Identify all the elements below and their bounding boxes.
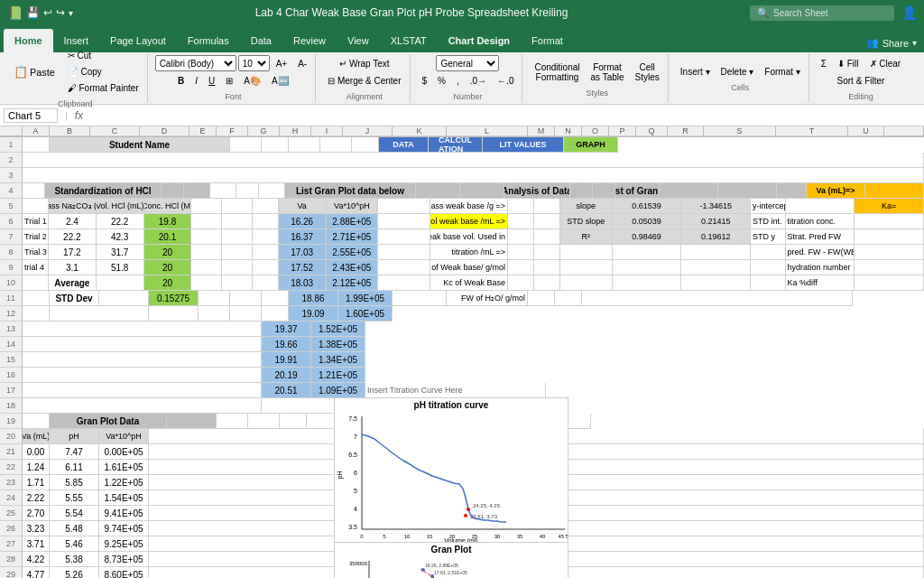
std-y-label: STD y — [751, 229, 785, 245]
wrap-text-button[interactable]: ↵ Wrap Text — [335, 56, 393, 71]
alignment-label: Alignment — [346, 92, 383, 101]
table-row: 3 — [0, 168, 924, 183]
tab-review[interactable]: Review — [282, 29, 337, 52]
save-icon[interactable]: 💾 — [26, 6, 40, 19]
underline-button[interactable]: U — [204, 73, 219, 89]
sort-filter-button[interactable]: Sort & Filter — [833, 73, 890, 89]
ribbon-styles: ConditionalFormatting Formatas Table Cel… — [526, 54, 668, 102]
tab-xlstat[interactable]: XLSTAT — [380, 29, 438, 52]
svg-text:20: 20 — [449, 534, 456, 539]
paste-button[interactable]: 📋Paste — [7, 61, 61, 83]
name-box[interactable] — [4, 108, 58, 123]
graph-tab[interactable]: GRAPH — [564, 137, 618, 153]
formula-input[interactable] — [87, 110, 920, 121]
cell-styles-button[interactable]: CellStyles — [631, 60, 664, 85]
table-row: 5 Mass Na₂CO₃ (g) Vol. HCl (mL) Conc. HC… — [0, 199, 924, 214]
clear-button[interactable]: ✗ Clear — [865, 56, 906, 71]
ribbon-collapse-icon[interactable]: ▾ — [912, 38, 917, 48]
svg-text:25: 25 — [472, 534, 478, 539]
svg-text:15: 15 — [427, 534, 433, 539]
svg-text:17.61, 2.51E+05: 17.61, 2.51E+05 — [434, 570, 467, 575]
svg-text:3.5: 3.5 — [348, 524, 357, 530]
vol-weak-base-label: vol. Weak base vol. Used in — [430, 229, 508, 245]
clipboard-label: Clipboard — [58, 99, 93, 108]
svg-text:7.5: 7.5 — [348, 415, 357, 422]
share-button[interactable]: Share — [882, 38, 909, 49]
insert-titration-label: Insert Titration Curve Here — [365, 383, 546, 398]
fw-weak-base-label: FW of Weak base/ g/mol — [430, 260, 508, 275]
window-title: Lab 4 Char Weak Base Gran Plot pH Probe … — [73, 6, 750, 19]
currency-button[interactable]: $ — [418, 73, 432, 89]
strat-pred-fw-label: Strat. Pred FW — [786, 229, 855, 245]
font-size-select[interactable]: 10 — [238, 55, 270, 71]
r2-2-val: 0.19612 — [681, 229, 751, 245]
cells-label: Cells — [731, 83, 749, 92]
tab-view[interactable]: View — [337, 29, 380, 52]
ribbon-cells: Insert ▾ Delete ▾ Format ▾ Cells — [672, 54, 809, 102]
font-color-button[interactable]: A🔤 — [267, 73, 293, 89]
bold-button[interactable]: B — [173, 73, 189, 89]
title-bar-left: 📗 💾 ↩ ↪ ▾ — [7, 5, 73, 20]
increase-font-button[interactable]: A+ — [272, 56, 292, 71]
table-row: 1 Student Name DATA CALCULATION LIT VALU… — [0, 137, 924, 153]
main-content: A B C D E F G H I J K L M N O P Q R S T — [0, 126, 924, 578]
format-as-table-button[interactable]: Formatas Table — [587, 60, 629, 85]
fx-label: fx — [75, 109, 83, 122]
delete-button[interactable]: Delete ▾ — [716, 64, 759, 79]
table-row: 13 19.37 1.52E+05 — [0, 322, 924, 337]
fw-h2o-label: FW of H₂O/ g/mol — [447, 291, 528, 306]
linest-header: Linest of Gran Plot — [615, 183, 660, 199]
editing-label: Editing — [848, 92, 873, 101]
search-label[interactable]: Search Sheet — [773, 8, 828, 18]
tab-data[interactable]: Data — [240, 29, 282, 52]
table-row: 6 Trial 1 2.4 22.2 19.8 16.26 2.88E+05 t… — [0, 214, 924, 229]
redo-icon[interactable]: ↪ — [56, 6, 65, 19]
border-button[interactable]: ⊞ — [221, 73, 237, 89]
svg-text:350000: 350000 — [349, 561, 368, 566]
title-bar-right: 🔍 Search Sheet 👤 — [750, 5, 917, 21]
ribbon-alignment: ↵ Wrap Text ⊟ Merge & Center Alignment — [319, 54, 410, 102]
calc-tab[interactable]: CALCULATION — [429, 137, 483, 153]
insert-button[interactable]: Insert ▾ — [676, 64, 715, 79]
y-intercept-label: y-intercept — [751, 199, 785, 214]
gran-chart: 350000 300000 250000 200000 100000 50000… — [335, 556, 568, 578]
tab-chart-design[interactable]: Chart Design — [438, 29, 521, 52]
student-name-label: Student Name — [50, 137, 230, 153]
copy-button[interactable]: 📄 Copy — [63, 64, 143, 79]
comma-button[interactable]: , — [452, 73, 464, 89]
account-icon[interactable]: 👤 — [901, 5, 917, 20]
mass-weak-base-label: mass weak base /g => — [430, 199, 508, 214]
sum-button[interactable]: Σ — [817, 56, 831, 71]
svg-point-21 — [467, 508, 470, 511]
svg-text:pH: pH — [337, 471, 344, 480]
decrease-decimal-button[interactable]: ←.0 — [493, 73, 518, 89]
tab-formulas[interactable]: Formulas — [177, 29, 240, 52]
va-result-label: Va (mL)=> — [807, 183, 865, 199]
r2-val: 0.98469 — [613, 229, 682, 245]
fill-color-button[interactable]: A🎨 — [239, 73, 265, 89]
percent-button[interactable]: % — [433, 73, 450, 89]
number-label: Number — [453, 92, 482, 101]
tab-format[interactable]: Format — [521, 29, 574, 52]
title-bar: 📗 💾 ↩ ↪ ▾ Lab 4 Char Weak Base Gran Plot… — [0, 0, 924, 25]
merge-center-button[interactable]: ⊟ Merge & Center — [323, 73, 405, 89]
fill-button[interactable]: ⬇ Fill — [833, 56, 864, 71]
table-row: 7 Trial 2 22.2 42.3 20.1 16.37 2.71E+05 … — [0, 229, 924, 245]
undo-icon[interactable]: ↩ — [43, 6, 52, 19]
italic-button[interactable]: I — [190, 73, 202, 89]
format-button[interactable]: Format ▾ — [760, 64, 804, 79]
decrease-font-button[interactable]: A- — [293, 56, 311, 71]
ribbon-font: Calibri (Body) 10 A+ A- B I U ⊞ A🎨 A🔤 Fo… — [152, 54, 317, 102]
hydration-number-label: hydration number — [786, 260, 855, 275]
number-format-select[interactable]: General — [436, 55, 499, 71]
svg-text:45 50: 45 50 — [558, 534, 568, 539]
svg-text:40: 40 — [540, 534, 546, 539]
font-family-select[interactable]: Calibri (Body) — [155, 55, 236, 71]
increase-decimal-button[interactable]: .0→ — [466, 73, 491, 89]
ph-chart-title: pH titration curve — [335, 398, 568, 412]
data-tab[interactable]: DATA — [379, 137, 429, 153]
conditional-formatting-button[interactable]: ConditionalFormatting — [530, 60, 584, 85]
lit-values-tab[interactable]: LIT VALUES — [483, 137, 564, 153]
cut-button[interactable]: ✂ Cut — [63, 48, 143, 63]
format-painter-button[interactable]: 🖌 Format Painter — [63, 80, 143, 96]
